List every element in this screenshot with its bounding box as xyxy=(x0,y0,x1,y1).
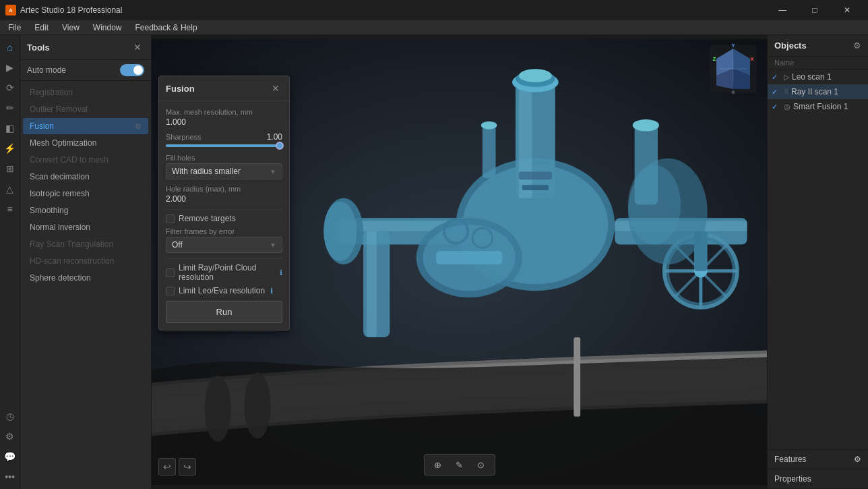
svg-rect-40 xyxy=(522,185,549,190)
leo-scan-name: Leo scan 1 xyxy=(792,72,864,82)
tools-close-button[interactable]: ✕ xyxy=(131,40,144,54)
object-item-smart-fusion[interactable]: ✓ ◎ Smart Fusion 1 xyxy=(768,99,868,114)
objects-list: ✓ ▷ Leo scan 1 ✓ ⠿ Ray II scan 1 ✓ ◎ Sma… xyxy=(768,69,868,260)
tool-isotropic-remesh[interactable]: Isotropic remesh xyxy=(23,185,148,202)
features-section[interactable]: Features ⚙ xyxy=(768,450,868,469)
tool-mesh-optimization[interactable]: Mesh Optimization xyxy=(23,135,148,151)
properties-label: Properties xyxy=(774,474,811,484)
ray-scan-name: Ray II scan 1 xyxy=(791,87,864,96)
nav-cube[interactable]: Y X Z ⊕ xyxy=(706,42,760,96)
fusion-gear-icon[interactable]: ⚙ xyxy=(135,122,142,131)
tool-normal-inversion[interactable]: Normal inversion xyxy=(23,219,148,235)
sync-icon-btn[interactable]: ⟳ xyxy=(1,78,20,97)
auto-mode-row: Auto mode xyxy=(20,60,151,81)
svg-rect-39 xyxy=(519,171,552,179)
viewport[interactable]: Y X Z ⊕ ⊕ ✎ ⊙ ↩ ↪ Fusion ✕ Max. mesh xyxy=(152,35,767,489)
sharpness-slider[interactable] xyxy=(166,144,282,147)
filter-frames-label: Filter frames by error xyxy=(166,227,282,235)
remove-targets-label: Remove targets xyxy=(179,214,236,223)
remove-targets-row: Remove targets xyxy=(166,214,282,223)
max-mesh-resolution-value[interactable]: 1.000 xyxy=(166,117,282,127)
remove-targets-checkbox[interactable] xyxy=(166,214,175,223)
limit-leo-checkbox[interactable] xyxy=(166,287,175,295)
properties-section[interactable]: Properties xyxy=(768,469,868,489)
slider-thumb[interactable] xyxy=(276,142,284,150)
viewport-btn-target[interactable]: ⊙ xyxy=(472,457,491,473)
triangle-icon-btn[interactable]: △ xyxy=(1,179,20,198)
menu-edit[interactable]: Edit xyxy=(29,22,54,34)
features-label: Features xyxy=(774,455,806,464)
limit-ray-label: Limit Ray/Point Cloud resolution xyxy=(179,263,274,282)
limit-leo-info-icon[interactable]: ℹ xyxy=(270,287,273,295)
maximize-button[interactable]: □ xyxy=(799,0,830,20)
more-icon-btn[interactable]: ••• xyxy=(1,467,20,486)
divider-1 xyxy=(166,209,282,210)
tool-scan-decimation[interactable]: Scan decimation xyxy=(23,169,148,185)
limit-ray-checkbox[interactable] xyxy=(166,268,175,277)
right-panel: Objects ⚙ Name ✓ ▷ Leo scan 1 ✓ ⠿ Ray II… xyxy=(767,35,868,489)
menu-file[interactable]: File xyxy=(3,22,26,34)
svg-point-35 xyxy=(323,202,356,261)
slider-track xyxy=(166,144,282,147)
redo-button[interactable]: ↪ xyxy=(179,458,196,476)
tool-convert-cad: Convert CAD to mesh xyxy=(23,152,148,168)
layers-icon-btn[interactable]: ◧ xyxy=(1,119,20,138)
auto-mode-toggle[interactable] xyxy=(120,64,144,76)
fill-holes-select[interactable]: With radius smaller ▼ xyxy=(166,163,282,179)
hole-radius-value[interactable]: 2.000 xyxy=(166,194,282,204)
titlebar-left: A Artec Studio 18 Professional xyxy=(5,5,122,16)
minimize-button[interactable]: — xyxy=(767,0,798,20)
object-item-leo-scan[interactable]: ✓ ▷ Leo scan 1 xyxy=(768,69,868,84)
tool-fusion[interactable]: Fusion ⚙ xyxy=(23,118,148,134)
viewport-btn-edit[interactable]: ✎ xyxy=(450,457,469,473)
edit-icon-btn[interactable]: ✏ xyxy=(1,98,20,117)
menu-window[interactable]: Window xyxy=(88,22,127,34)
tool-sphere-detection[interactable]: Sphere detection xyxy=(23,270,148,286)
limit-ray-info-icon[interactable]: ℹ xyxy=(280,268,282,277)
grid-icon-btn[interactable]: ⊞ xyxy=(1,159,20,178)
app-logo: A xyxy=(5,5,16,16)
fusion-dialog-body: Max. mesh resolution, mm 1.000 Sharpness… xyxy=(159,101,289,330)
flash-icon-btn[interactable]: ⚡ xyxy=(1,139,20,158)
svg-rect-38 xyxy=(574,337,580,417)
filter-frames-value: Off xyxy=(172,240,183,250)
sharpness-row: Sharpness 1.00 xyxy=(166,132,282,142)
settings-icon-btn[interactable]: ⚙ xyxy=(1,427,20,446)
svg-rect-36 xyxy=(635,125,658,205)
smart-fusion-icon: ◎ xyxy=(784,103,790,111)
fusion-dialog-close-button[interactable]: ✕ xyxy=(269,82,282,95)
filter-frames-select[interactable]: Off ▼ xyxy=(166,237,282,253)
menubar: File Edit View Window Feedback & Help xyxy=(0,20,868,35)
fusion-dialog-title: Fusion xyxy=(166,84,195,94)
menu-feedback[interactable]: Feedback & Help xyxy=(130,22,203,34)
list-icon-btn[interactable]: ≡ xyxy=(1,200,20,219)
limit-leo-row: Limit Leo/Eva resolution ℹ xyxy=(166,286,282,295)
limit-leo-label: Limit Leo/Eva resolution xyxy=(179,286,265,295)
close-button[interactable]: ✕ xyxy=(832,0,863,20)
chat-icon-btn[interactable]: 💬 xyxy=(1,447,20,466)
features-gear-icon: ⚙ xyxy=(854,455,861,464)
tool-smoothing[interactable]: Smoothing xyxy=(23,202,148,219)
hole-radius-label: Hole radius (max), mm xyxy=(166,185,282,193)
svg-text:X: X xyxy=(750,56,754,62)
titlebar-controls[interactable]: — □ ✕ xyxy=(767,0,863,20)
tools-header: Tools ✕ xyxy=(20,35,151,60)
objects-gear-icon[interactable]: ⚙ xyxy=(853,40,861,51)
tool-hd-scan: HD-scan reconstruction xyxy=(23,253,148,269)
tool-ray-scan: Ray Scan Triangulation xyxy=(23,236,148,252)
run-button[interactable]: Run xyxy=(166,301,282,323)
smart-fusion-name: Smart Fusion 1 xyxy=(793,102,864,111)
menu-view[interactable]: View xyxy=(57,22,85,34)
object-item-ray-scan[interactable]: ✓ ⠿ Ray II scan 1 xyxy=(768,84,868,99)
viewport-btn-crosshair[interactable]: ⊕ xyxy=(429,457,447,473)
history-icon-btn[interactable]: ◷ xyxy=(1,407,20,426)
objects-header: Objects ⚙ xyxy=(768,35,868,57)
obj-check-ray: ✓ xyxy=(772,88,781,96)
svg-point-37 xyxy=(633,119,659,132)
play-icon-btn[interactable]: ▶ xyxy=(1,58,20,77)
home-icon-btn[interactable]: ⌂ xyxy=(1,38,20,57)
undo-button[interactable]: ↩ xyxy=(158,458,176,476)
leo-scan-icon: ▷ xyxy=(784,73,789,82)
auto-mode-label: Auto mode xyxy=(27,65,66,75)
main-area: ⌂ ▶ ⟳ ✏ ◧ ⚡ ⊞ △ ≡ ◷ ⚙ 💬 ••• Tools ✕ Auto… xyxy=(0,35,868,489)
